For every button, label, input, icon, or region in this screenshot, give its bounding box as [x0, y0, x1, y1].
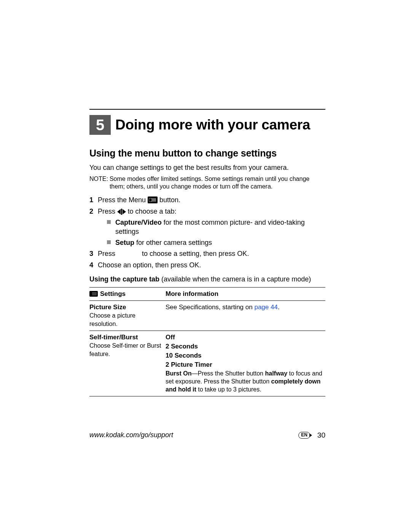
step-1-text-a: Press the Menu — [98, 196, 148, 204]
intro-paragraph: You can change settings to get the best … — [89, 163, 325, 172]
note: NOTE: Some modes offer limited settings.… — [89, 175, 325, 190]
opt-2sec: 2 Seconds — [166, 342, 322, 351]
picture-size-sub: Choose a picture resolution. — [89, 312, 135, 327]
step-1-text-b: button. — [159, 196, 180, 204]
left-right-arrow-icon — [117, 209, 126, 215]
body-text: You can change settings to get the best … — [89, 163, 325, 440]
note-text: Some modes offer limited settings. Some … — [108, 175, 325, 190]
cell-selftimer-info: Off 2 Seconds 10 Seconds 2 Picture Timer… — [166, 331, 325, 396]
step-2-number: 2 — [89, 207, 93, 216]
picture-size-info-a: See Specifications, starting on — [166, 304, 254, 311]
opt-2pic: 2 Picture Timer — [166, 361, 322, 369]
bullet-capture-video: Capture/Video for the most common pictur… — [107, 218, 325, 236]
capture-tab-bold: Using the capture tab — [89, 275, 159, 283]
table-header-row: Settings More information — [89, 287, 325, 300]
burst-e: to take up to 3 pictures. — [196, 386, 261, 393]
bullet-cv-bold: Capture/Video — [115, 219, 162, 226]
page-footer: www.kodak.com/go/support EN 30 — [89, 431, 325, 440]
section-title: Using the menu button to change settings — [89, 148, 325, 159]
page-number: 30 — [317, 431, 325, 440]
step-3-text-b: to choose a setting, then press OK. — [140, 250, 249, 257]
picture-size-title: Picture Size — [89, 304, 126, 311]
language-badge-arrow-icon — [309, 433, 312, 437]
picture-size-info-b: . — [278, 304, 280, 311]
cell-picture-size-info: See Specifications, starting on page 44. — [166, 300, 325, 331]
row-self-timer-burst: Self-timer/Burst Choose Self-timer or Bu… — [89, 331, 325, 396]
burst-on-line: Burst On—Press the Shutter button halfwa… — [166, 370, 322, 393]
bullet-setup-bold: Setup — [115, 239, 134, 246]
step-2-text-a: Press — [98, 208, 117, 215]
header-settings: Settings — [89, 287, 166, 300]
step-3-number: 3 — [89, 249, 93, 258]
capture-tab-rest: (available when the camera is in a captu… — [159, 275, 311, 283]
header-settings-text: Settings — [100, 290, 126, 297]
settings-table: Settings More information Picture Size C… — [89, 287, 325, 396]
selftimer-title: Self-timer/Burst — [89, 334, 138, 341]
step-4-number: 4 — [89, 261, 93, 270]
selftimer-sub: Choose Self-timer or Burst feature. — [89, 342, 161, 357]
language-badge: EN — [298, 432, 312, 439]
row-picture-size: Picture Size Choose a picture resolution… — [89, 300, 325, 331]
manual-page: 5 Doing more with your camera Using the … — [0, 0, 411, 440]
step-2: 2 Press to choose a tab: Capture/Video f… — [89, 207, 325, 248]
settings-header-icon — [89, 291, 98, 297]
opt-10sec: 10 Seconds — [166, 351, 322, 360]
chapter-title: Doing more with your camera — [111, 115, 310, 135]
link-page-44[interactable]: page 44 — [254, 304, 277, 311]
note-label: NOTE: — [89, 175, 108, 190]
step-1-number: 1 — [89, 196, 93, 204]
capture-tab-subhead: Using the capture tab (available when th… — [89, 275, 325, 284]
step-2-bullets: Capture/Video for the most common pictur… — [107, 218, 325, 247]
opt-off: Off — [166, 333, 322, 342]
step-1: 1 Press the Menu button. — [89, 196, 325, 204]
language-code: EN — [298, 432, 310, 439]
footer-url[interactable]: www.kodak.com/go/support — [89, 431, 173, 439]
menu-button-icon — [148, 197, 158, 203]
burst-a: —Press the Shutter button — [191, 370, 265, 377]
cell-picture-size-setting: Picture Size Choose a picture resolution… — [89, 300, 166, 331]
step-3: 3 Press to choose a setting, then press … — [89, 249, 325, 258]
header-more-info: More information — [166, 287, 325, 300]
burst-halfway: halfway — [265, 370, 287, 377]
cell-selftimer-setting: Self-timer/Burst Choose Self-timer or Bu… — [89, 331, 166, 396]
chapter-number: 5 — [89, 115, 111, 135]
step-4-text: Choose an option, then press OK. — [98, 261, 201, 269]
burst-on-bold: Burst On — [166, 370, 191, 377]
bullet-setup: Setup for other camera settings — [107, 238, 325, 247]
top-rule — [89, 109, 325, 110]
step-2-text-b: to choose a tab: — [128, 208, 177, 215]
step-3-text-a: Press — [98, 250, 117, 257]
chapter-heading: 5 Doing more with your camera — [89, 115, 325, 135]
step-4: 4 Choose an option, then press OK. — [89, 261, 325, 270]
steps-list: 1 Press the Menu button. 2 Press to choo… — [89, 196, 325, 270]
step-3-gap — [117, 250, 140, 257]
bullet-setup-rest: for other camera settings — [134, 239, 212, 246]
footer-right: EN 30 — [298, 431, 325, 440]
